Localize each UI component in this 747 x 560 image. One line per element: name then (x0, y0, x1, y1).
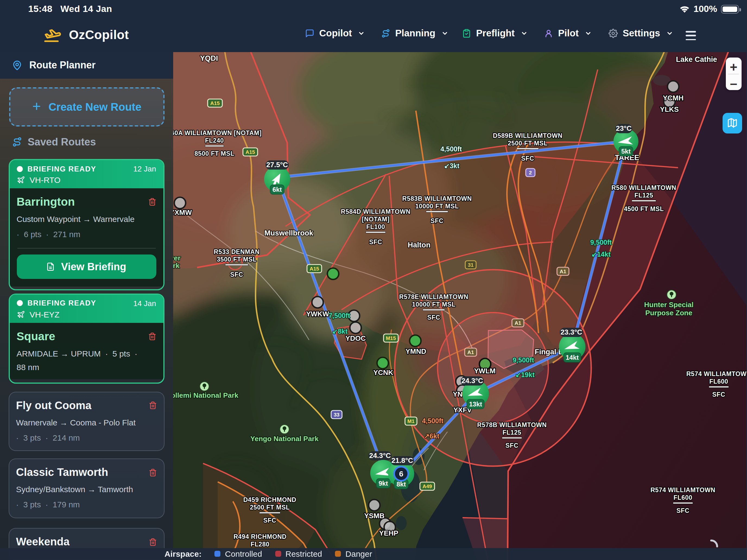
svg-text:Wollemi National Park: Wollemi National Park (173, 391, 239, 399)
svg-text:33: 33 (334, 411, 339, 417)
svg-text:R584D WILLIAMTOWN: R584D WILLIAMTOWN (341, 208, 410, 215)
svg-text:SFC: SFC (427, 314, 440, 321)
svg-text:21.8°C: 21.8°C (391, 456, 413, 464)
svg-text:A15: A15 (310, 266, 319, 271)
svg-text:2500 FT MSL: 2500 FT MSL (508, 139, 547, 146)
svg-text:6kt: 6kt (273, 186, 282, 193)
svg-text:R580 WILLIAMTOWN: R580 WILLIAMTOWN (611, 184, 676, 191)
svg-text:↙19kt: ↙19kt (515, 371, 535, 378)
svg-text:23°C: 23°C (616, 124, 632, 132)
svg-text:YMND: YMND (406, 347, 427, 355)
svg-text:24.3°C: 24.3°C (461, 376, 483, 384)
svg-text:A1: A1 (560, 268, 566, 274)
svg-text:D459 RICHMOND: D459 RICHMOND (243, 496, 297, 503)
svg-text:R583B WILLIAMTOWN: R583B WILLIAMTOWN (402, 195, 472, 202)
svg-text:4,500ft: 4,500ft (422, 417, 443, 424)
svg-text:YCNK: YCNK (373, 368, 393, 376)
svg-text:YSMB: YSMB (364, 511, 384, 519)
svg-text:YEHP: YEHP (379, 529, 398, 537)
svg-text:↙3kt: ↙3kt (444, 162, 460, 169)
svg-text:9,500ft: 9,500ft (513, 356, 534, 364)
svg-text:ark: ark (173, 261, 180, 269)
svg-text:Purpose Zone: Purpose Zone (645, 309, 692, 317)
svg-text:R533 DENMAN: R533 DENMAN (214, 248, 260, 255)
svg-text:SFC: SFC (521, 155, 534, 162)
svg-text:R574 WILLIAMTOWN: R574 WILLIAMTOWN (686, 370, 746, 377)
svg-text:SFC: SFC (676, 507, 690, 514)
svg-text:SFC: SFC (431, 217, 443, 224)
svg-text:D589B WILLIAMTOWN: D589B WILLIAMTOWN (493, 132, 562, 139)
svg-text:8kt: 8kt (396, 480, 406, 487)
svg-text:Lake Cathie: Lake Cathie (676, 55, 717, 63)
svg-text:24.3°C: 24.3°C (369, 451, 391, 459)
svg-text:SFC: SFC (712, 391, 725, 398)
svg-text:FL125: FL125 (634, 191, 653, 198)
svg-text:14kt: 14kt (566, 353, 579, 361)
svg-text:YQDI: YQDI (200, 54, 218, 62)
svg-text:FL240: FL240 (205, 137, 224, 144)
svg-text:2500 FT MSL: 2500 FT MSL (250, 504, 290, 511)
svg-text:SFC: SFC (263, 516, 276, 524)
svg-text:↙14kt: ↙14kt (591, 250, 611, 258)
svg-text:9,500ft: 9,500ft (590, 238, 612, 246)
svg-text:560A WILLIAMTOWN [NOTAM]: 560A WILLIAMTOWN [NOTAM] (173, 129, 262, 136)
svg-text:FL125: FL125 (503, 429, 521, 436)
svg-text:Yengo National Park: Yengo National Park (250, 434, 319, 443)
svg-text:SFC: SFC (506, 442, 518, 449)
svg-text:4500 FT MSL: 4500 FT MSL (624, 205, 664, 212)
svg-text:A49: A49 (422, 483, 432, 489)
svg-text:A15: A15 (210, 100, 220, 106)
svg-text:YWLM: YWLM (474, 367, 495, 375)
svg-text:[NOTAM]: [NOTAM] (362, 215, 389, 222)
svg-text:FL600: FL600 (709, 378, 728, 385)
svg-text:31: 31 (468, 262, 474, 268)
svg-text:YXMW: YXMW (173, 208, 192, 216)
svg-text:13kt: 13kt (469, 400, 482, 407)
svg-text:A15: A15 (246, 149, 255, 155)
svg-text:Hunter Special: Hunter Special (644, 300, 694, 309)
svg-text:R494 RICHMOND: R494 RICHMOND (233, 533, 287, 540)
svg-text:R574 WILLIAMTOWN: R574 WILLIAMTOWN (650, 486, 715, 493)
svg-text:R578E WILLIAMTOWN: R578E WILLIAMTOWN (399, 293, 468, 300)
svg-text:9kt: 9kt (379, 479, 388, 487)
svg-text:10000 FT MSL: 10000 FT MSL (415, 203, 459, 210)
svg-text:↗6kt: ↗6kt (424, 432, 439, 439)
svg-text:27.5°C: 27.5°C (266, 160, 288, 168)
svg-text:R578B WILLIAMTOWN: R578B WILLIAMTOWN (477, 421, 547, 428)
svg-text:Muswellbrook: Muswellbrook (264, 229, 313, 237)
svg-text:4,500ft: 4,500ft (440, 145, 462, 153)
svg-text:10000 FT MSL: 10000 FT MSL (412, 301, 456, 308)
svg-text:YDOC: YDOC (345, 334, 366, 342)
svg-text:YLKS: YLKS (660, 105, 678, 113)
svg-text:YCMH: YCMH (663, 94, 684, 102)
svg-text:23.3°C: 23.3°C (561, 328, 582, 336)
svg-text:SFC: SFC (369, 238, 382, 245)
svg-text:5kt: 5kt (621, 147, 631, 155)
svg-text:iver: iver (173, 254, 181, 262)
svg-text:6: 6 (399, 470, 403, 478)
svg-text:A1: A1 (467, 349, 474, 355)
svg-text:2: 2 (529, 169, 532, 175)
svg-text:FL280: FL280 (251, 540, 269, 548)
svg-text:A1: A1 (515, 320, 521, 326)
svg-text:FL100: FL100 (366, 223, 385, 230)
svg-text:Halton: Halton (408, 241, 431, 249)
svg-text:YWKW: YWKW (306, 310, 329, 318)
svg-text:8500 FT MSL: 8500 FT MSL (195, 150, 234, 157)
svg-text:7,500ft: 7,500ft (329, 312, 350, 319)
svg-text:FL600: FL600 (673, 494, 692, 501)
svg-text:M1: M1 (407, 418, 415, 424)
svg-text:M15: M15 (386, 335, 396, 341)
svg-text:YN: YN (453, 390, 463, 398)
svg-text:3500 FT MSL: 3500 FT MSL (216, 256, 257, 263)
svg-text:SFC: SFC (230, 271, 243, 278)
svg-text:↙8kt: ↙8kt (332, 327, 348, 335)
